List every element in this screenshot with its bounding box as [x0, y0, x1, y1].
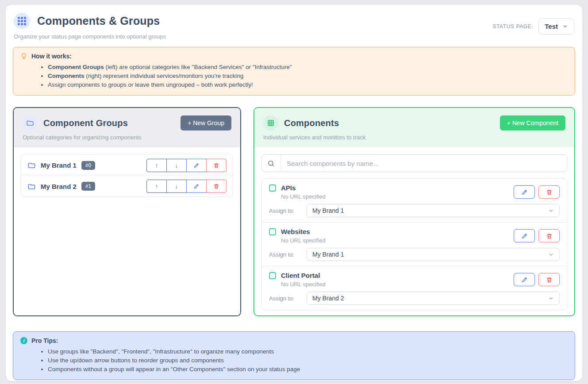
how-it-works-list: Component Groups (left) are optional cat…: [20, 63, 568, 89]
component-row: APIs No URL specified: [262, 179, 567, 222]
move-down-button[interactable]: ↓: [166, 180, 187, 193]
edit-component-button[interactable]: [514, 229, 535, 242]
component-row: Client Portal No URL specified: [262, 266, 567, 310]
move-down-button[interactable]: ↓: [166, 159, 187, 172]
assign-group-select[interactable]: My Brand 1: [307, 248, 560, 261]
page-header: Components & Groups Organize your status…: [13, 12, 575, 40]
trash-icon: [546, 189, 553, 196]
component-groups-panel: Component Groups + New Group Optional ca…: [13, 107, 241, 316]
delete-group-button[interactable]: [206, 159, 227, 172]
components-panel-title: Components: [284, 118, 339, 128]
group-list: My Brand 1 #0 ↑ ↓: [21, 154, 233, 197]
chevron-down-icon: [548, 296, 554, 301]
pro-tips-list: Use groups like "Backend", "Frontend", "…: [20, 347, 568, 374]
how-it-works-item: Components (right) represent individual …: [48, 72, 568, 81]
pencil-icon: [193, 162, 200, 169]
edit-component-button[interactable]: [514, 185, 535, 199]
component-checkbox[interactable]: [269, 184, 276, 192]
delete-group-button[interactable]: [206, 180, 227, 193]
trash-icon: [213, 162, 219, 169]
chevron-down-icon: [562, 23, 568, 29]
groups-panel-subtitle: Optional categories for organizing compo…: [23, 134, 231, 141]
edit-group-button[interactable]: [186, 159, 207, 172]
assign-group-select[interactable]: My Brand 1: [307, 204, 560, 217]
trash-icon: [213, 183, 219, 189]
component-name: Client Portal: [281, 272, 320, 279]
info-icon: i: [20, 337, 27, 344]
pro-tip-item: Components without a group will appear i…: [48, 365, 568, 374]
group-name: My Brand 1: [41, 161, 77, 169]
group-row: My Brand 1 #0 ↑ ↓: [21, 155, 233, 176]
component-search: [261, 154, 567, 172]
component-url-note: No URL specified: [281, 237, 514, 244]
table-grid-icon: [263, 115, 278, 131]
new-component-button[interactable]: + New Component: [500, 115, 565, 131]
pencil-icon: [193, 183, 200, 189]
assigned-group-value: My Brand 1: [312, 207, 344, 214]
pencil-icon: [521, 276, 528, 283]
how-it-works-title: How it works:: [31, 53, 72, 60]
group-name: My Brand 2: [41, 183, 77, 190]
folder-icon: [23, 115, 38, 131]
delete-component-button[interactable]: [538, 185, 560, 199]
groups-panel-title: Component Groups: [43, 118, 128, 128]
trash-icon: [546, 233, 553, 239]
folder-icon: [27, 161, 36, 169]
how-it-works-item: Assign components to groups or leave the…: [48, 81, 568, 89]
group-row: My Brand 2 #1 ↑ ↓: [21, 176, 233, 196]
move-up-button[interactable]: ↑: [146, 180, 167, 193]
edit-group-button[interactable]: [186, 180, 207, 193]
chevron-down-icon: [548, 208, 554, 214]
chevron-down-icon: [548, 252, 554, 257]
delete-component-button[interactable]: [538, 273, 560, 286]
page-title: Components & Groups: [37, 15, 160, 27]
main-card: Components & Groups Organize your status…: [5, 4, 583, 381]
assign-to-label: Assign to:: [269, 295, 307, 302]
down-arrow-icon: ↓: [175, 183, 178, 190]
pro-tips-title: Pro Tips:: [31, 337, 58, 344]
assign-to-label: Assign to:: [269, 207, 307, 214]
components-panel-header: Components + New Component Individual se…: [254, 108, 574, 147]
search-icon: [262, 155, 281, 172]
component-checkbox[interactable]: [269, 272, 276, 279]
component-row: Websites No URL specified: [262, 222, 567, 266]
component-name: Websites: [281, 228, 310, 235]
component-list: APIs No URL specified: [261, 178, 567, 310]
move-up-button[interactable]: ↑: [146, 159, 167, 172]
search-input[interactable]: [281, 160, 567, 167]
lightbulb-icon: [20, 53, 27, 60]
up-arrow-icon: ↑: [155, 183, 158, 190]
assign-to-label: Assign to:: [269, 251, 307, 258]
delete-component-button[interactable]: [538, 229, 560, 242]
pencil-icon: [521, 189, 528, 196]
component-checkbox[interactable]: [269, 228, 276, 235]
pencil-icon: [521, 233, 528, 239]
component-url-note: No URL specified: [281, 193, 514, 200]
how-it-works-item: Component Groups (left) are optional cat…: [48, 63, 568, 72]
edit-component-button[interactable]: [514, 273, 535, 286]
components-grid-icon: [14, 13, 30, 29]
trash-icon: [546, 276, 553, 283]
status-page-select[interactable]: Test: [538, 18, 574, 35]
component-name: APIs: [281, 184, 296, 192]
up-arrow-icon: ↑: [155, 162, 158, 169]
pro-tip-item: Use groups like "Backend", "Frontend", "…: [48, 347, 568, 356]
assign-group-select[interactable]: My Brand 2: [307, 292, 560, 305]
group-order-badge: #0: [81, 161, 95, 170]
how-it-works-callout: How it works: Component Groups (left) ar…: [13, 47, 575, 96]
component-url-note: No URL specified: [281, 281, 514, 288]
pro-tips-callout: i Pro Tips: Use groups like "Backend", "…: [13, 331, 575, 380]
components-panel: Components + New Component Individual se…: [254, 107, 575, 316]
assigned-group-value: My Brand 1: [312, 251, 344, 258]
assigned-group-value: My Brand 2: [312, 295, 344, 302]
new-group-button[interactable]: + New Group: [181, 115, 231, 131]
down-arrow-icon: ↓: [175, 162, 178, 169]
pro-tip-item: Use the up/down arrow buttons to reorder…: [48, 356, 568, 365]
status-page-value: Test: [545, 23, 558, 30]
groups-panel-header: Component Groups + New Group Optional ca…: [14, 108, 240, 147]
folder-icon: [27, 182, 36, 191]
components-panel-subtitle: Individual services and monitors to trac…: [263, 134, 565, 141]
page-subtitle: Organize your status page components int…: [14, 33, 166, 40]
group-order-badge: #1: [81, 182, 95, 191]
status-page-label: STATUS PAGE:: [492, 23, 533, 30]
